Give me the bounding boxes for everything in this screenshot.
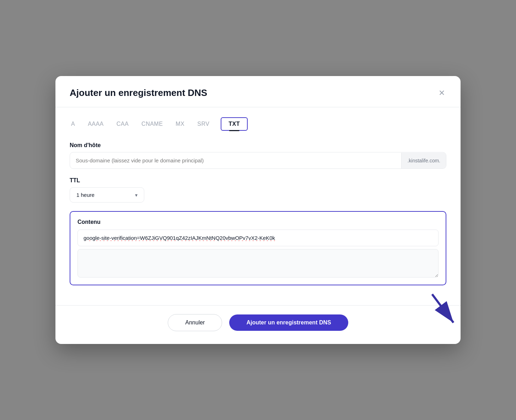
hostname-label: Nom d'hôte <box>70 142 446 149</box>
cancel-button[interactable]: Annuler <box>168 314 222 331</box>
tab-cname[interactable]: CNAME <box>140 118 164 130</box>
ttl-value: 1 heure <box>76 192 95 198</box>
content-field-group: Contenu <box>70 211 446 285</box>
ttl-dropdown[interactable]: 1 heure ▾ <box>70 187 144 203</box>
hostname-suffix: .kinstalife.com. <box>401 153 446 168</box>
ttl-label: TTL <box>70 177 446 184</box>
tab-a[interactable]: A <box>70 118 76 130</box>
hostname-input-row: .kinstalife.com. <box>70 152 446 169</box>
content-input-wrapper <box>77 230 439 279</box>
chevron-down-icon: ▾ <box>135 192 138 198</box>
tab-txt[interactable]: TXT <box>221 117 248 131</box>
tab-aaaa[interactable]: AAAA <box>86 118 105 130</box>
hostname-input[interactable] <box>70 152 401 168</box>
dns-modal: Ajouter un enregistrement DNS ✕ A AAAA C… <box>55 76 461 344</box>
modal-header: Ajouter un enregistrement DNS ✕ <box>55 76 461 107</box>
tab-srv[interactable]: SRV <box>196 118 211 130</box>
content-textarea[interactable] <box>77 249 439 278</box>
dns-type-tabs: A AAAA CAA CNAME MX SRV TXT <box>70 117 446 131</box>
tab-mx[interactable]: MX <box>174 118 186 130</box>
hostname-field-group: Nom d'hôte .kinstalife.com. <box>70 142 446 169</box>
modal-footer: Annuler Ajouter un enregistrement DNS <box>55 305 461 344</box>
submit-button[interactable]: Ajouter un enregistrement DNS <box>229 314 348 331</box>
modal-body: A AAAA CAA CNAME MX SRV TXT Nom d'hôte .… <box>55 107 461 305</box>
content-input[interactable] <box>77 230 439 246</box>
tab-caa[interactable]: CAA <box>115 118 130 130</box>
modal-title: Ajouter un enregistrement DNS <box>70 87 207 98</box>
content-label: Contenu <box>77 219 439 225</box>
ttl-field-group: TTL 1 heure ▾ <box>70 177 446 203</box>
close-button[interactable]: ✕ <box>437 88 446 98</box>
